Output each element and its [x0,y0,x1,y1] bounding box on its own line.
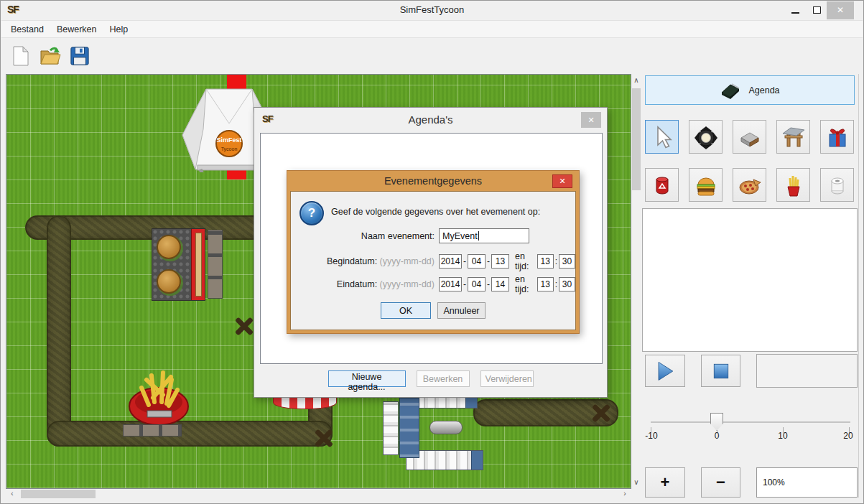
ok-button[interactable]: OK [381,302,431,319]
cursor-icon [649,124,675,150]
fries-stand[interactable] [127,366,190,431]
scroll-up-icon[interactable]: ∧ [631,75,641,85]
tool-trash-bin[interactable] [645,168,679,202]
end-label-text: Eindatum: [337,279,377,289]
road-icon [737,124,763,150]
slider-label: 0 [715,431,720,441]
tool-burger[interactable] [689,168,723,202]
begin-hour-input[interactable] [537,254,554,269]
fries-icon [781,172,807,198]
begin-date-row: Begindatum: (yyyy-mm-dd) - - en tijd: : [291,251,575,271]
path-marker[interactable] [233,314,256,337]
title-bar[interactable]: SF SimFestTycoon ✕ [1,1,863,19]
close-icon[interactable]: ✕ [581,112,601,128]
slider-label: 20 [843,431,853,441]
delete-agenda-button[interactable]: Verwijderen [480,370,534,387]
speed-slider-thumb[interactable] [710,413,723,431]
burger-item [157,269,181,294]
save-file-button[interactable] [68,44,91,68]
end-minute-input[interactable] [559,277,575,291]
event-prompt-text: Geef de volgende gegevens over het eveme… [331,207,540,217]
edit-agenda-button[interactable]: Bewerken [417,370,470,387]
menu-bewerken[interactable]: Bewerken [50,24,103,34]
tool-toilet-paper[interactable] [820,168,854,202]
slider-label: -10 [645,431,657,441]
time-separator: : [555,279,557,289]
zoom-in-button[interactable]: + [645,467,685,498]
bench[interactable] [208,230,223,299]
zoom-level-field[interactable]: 100% [756,467,858,498]
begin-date-label: Begindatum: (yyyy-mm-dd) [291,256,435,266]
tool-pizza[interactable] [733,168,766,202]
burger-stand-plank [195,233,202,297]
new-agenda-button[interactable]: Nieuwe agenda... [328,370,406,387]
burger-stand[interactable] [152,228,205,301]
metal-barrel[interactable] [429,421,463,434]
playback-status-panel [756,354,858,388]
torii-gate-icon [781,124,807,150]
end-year-input[interactable] [439,277,462,291]
tool-road[interactable] [733,120,766,154]
begin-day-input[interactable] [491,254,509,269]
vertical-scrollbar[interactable]: ∧ ∨ [631,74,641,489]
stage-part [471,451,483,470]
tool-gift[interactable] [820,120,854,154]
stage-block[interactable] [383,401,399,455]
close-icon[interactable]: ✕ [552,174,572,188]
zoom-out-button[interactable]: − [701,467,740,498]
end-hour-input[interactable] [537,277,554,291]
tool-torii-gate[interactable] [776,120,810,154]
begin-month-input[interactable] [468,254,486,269]
agendas-dialog-title: Agenda's [254,108,607,131]
minimize-icon[interactable] [791,12,799,14]
vertical-scroll-thumb[interactable] [632,88,641,190]
horizontal-scroll-thumb[interactable] [21,490,96,498]
date-format-hint: (yyyy-mm-dd) [380,256,435,266]
bench[interactable] [123,424,182,437]
date-separator: - [463,256,466,266]
spotlight-icon [693,124,719,150]
sidebar: Agenda [641,74,864,504]
scroll-right-icon[interactable]: › [620,489,630,499]
menu-bestand[interactable]: Bestand [4,24,50,34]
close-icon[interactable]: ✕ [827,1,854,19]
window-title: SimFestTycoon [1,1,863,19]
pizza-icon [737,172,763,198]
menu-help[interactable]: Help [103,24,134,34]
gift-icon [824,124,850,150]
horizontal-scrollbar[interactable]: ‹ › [6,489,631,499]
tool-select-cursor[interactable] [645,120,679,154]
path-segment[interactable] [47,215,71,447]
begin-year-input[interactable] [439,254,462,269]
save-file-icon [70,46,90,66]
tool-fries[interactable] [776,168,810,202]
cancel-button[interactable]: Annuleer [437,302,486,319]
open-file-button[interactable] [39,44,62,68]
play-icon [653,359,677,383]
begin-minute-input[interactable] [559,254,575,269]
speed-slider-track[interactable] [651,421,850,423]
path-marker[interactable] [312,426,335,449]
question-mark-icon: ? [299,201,324,225]
stage-block[interactable] [399,398,419,458]
agenda-button[interactable]: Agenda [645,75,855,105]
open-file-icon [40,45,61,67]
toolbar [1,39,91,73]
new-file-button[interactable] [9,44,32,68]
scroll-down-icon[interactable]: ∨ [631,477,641,487]
end-date-label: Eindatum: (yyyy-mm-dd) [291,279,435,289]
maximize-icon[interactable] [813,6,821,14]
app-window: SF SimFestTycoon ✕ Bestand Bewerken Help [0,0,864,504]
stop-button[interactable] [701,355,740,387]
scroll-left-icon[interactable]: ‹ [7,489,17,499]
event-dialog-content: ? Geef de volgende gegevens over het eve… [290,191,576,330]
end-month-input[interactable] [468,277,486,291]
tool-spotlight[interactable] [689,120,723,154]
event-name-row: Naam evenement: MyEvent [291,228,529,243]
time-label: en tijd: [515,274,534,294]
play-button[interactable] [645,355,685,387]
path-marker[interactable] [590,401,613,424]
burger-icon [693,172,719,198]
end-day-input[interactable] [491,277,509,291]
event-name-input[interactable]: MyEvent [439,228,529,243]
